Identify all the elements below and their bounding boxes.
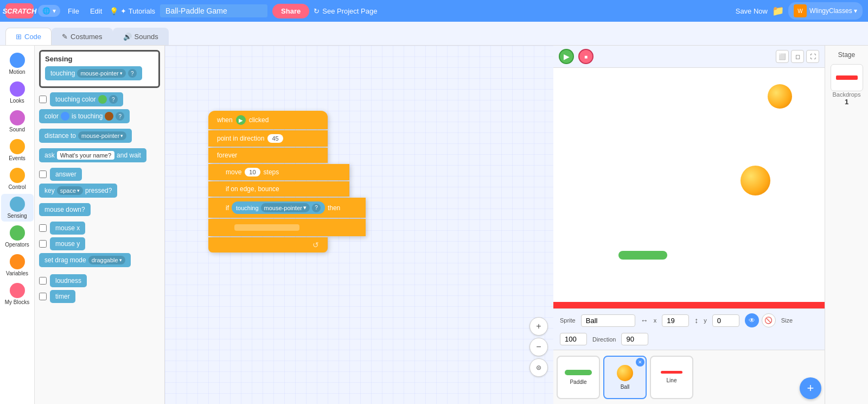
answer-checkbox[interactable]: [39, 171, 47, 178]
blue-color-swatch[interactable]: [61, 112, 69, 121]
share-button[interactable]: Share: [272, 4, 309, 18]
edit-menu[interactable]: Edit: [87, 5, 105, 17]
sidebar-item-operators[interactable]: Operators: [1, 223, 34, 250]
save-now-button[interactable]: Save Now: [736, 7, 768, 15]
globe-button[interactable]: 🌐 ▾: [38, 5, 60, 17]
touching-color-question[interactable]: ?: [109, 95, 118, 104]
mouse-x-row: mouse x: [39, 222, 160, 235]
loudness-block[interactable]: loudness: [50, 274, 87, 287]
tab-sounds[interactable]: 🔊 Sounds: [113, 28, 169, 45]
tutorials-button[interactable]: 💡 ✦ Tutorials: [110, 7, 155, 15]
touching-dropdown[interactable]: mouse-pointer: [77, 69, 125, 78]
size-input[interactable]: [560, 333, 587, 345]
zoom-fit-button[interactable]: ⊜: [529, 358, 548, 377]
loudness-checkbox[interactable]: [39, 277, 47, 285]
layout-fullscreen-btn[interactable]: ⛶: [806, 50, 819, 63]
lightbulb-icon: 💡: [110, 7, 118, 15]
key-dropdown[interactable]: space: [57, 186, 83, 195]
stage-thumbnail[interactable]: [831, 64, 863, 91]
ask-input[interactable]: What's your name?: [57, 151, 114, 160]
question-mark-btn[interactable]: ?: [128, 69, 137, 78]
key-pressed-block[interactable]: key space pressed?: [39, 184, 117, 198]
mouse-y-checkbox[interactable]: [39, 240, 47, 248]
mouse-y-block[interactable]: mouse y: [50, 237, 85, 250]
y-coord-input[interactable]: [712, 314, 739, 327]
tab-code[interactable]: ⊞ Code: [5, 28, 52, 45]
if-question-mark[interactable]: ?: [312, 204, 321, 212]
if-touching-block[interactable]: if touching mouse-pointer ▾ ? then: [208, 198, 366, 218]
mouse-pointer-dropdown[interactable]: mouse-pointer ▾: [261, 203, 310, 212]
touching-color-block[interactable]: touching color ?: [50, 92, 123, 106]
sidebar-item-sound[interactable]: Sound: [1, 108, 34, 135]
x-coord-input[interactable]: [662, 314, 689, 327]
timer-checkbox[interactable]: [39, 293, 47, 300]
file-menu[interactable]: File: [65, 5, 82, 17]
stage-thumb-line: [836, 75, 858, 80]
sidebar-item-events[interactable]: Events: [1, 136, 34, 164]
folder-icon[interactable]: 📁: [772, 5, 784, 17]
stop-button[interactable]: ■: [578, 49, 593, 64]
sidebar-item-control[interactable]: Control: [1, 165, 34, 193]
point-in-direction-block[interactable]: point in direction 45: [208, 130, 328, 147]
scratch-logo: SCRATCH: [5, 3, 34, 18]
sprite-name-input[interactable]: [581, 314, 635, 327]
layout-small-btn[interactable]: ⬜: [776, 50, 789, 63]
steps-value[interactable]: 10: [245, 168, 260, 176]
color-is-touching-block[interactable]: color is touching ?: [39, 109, 130, 123]
project-title-input[interactable]: [159, 4, 268, 18]
forever-block[interactable]: forever: [208, 148, 328, 163]
code-blocks-container: when ▶ clicked point in direction 45 for…: [208, 111, 366, 252]
paddle-preview: [565, 370, 592, 375]
sound-dot: [10, 110, 25, 125]
hide-sprite-button[interactable]: 🚫: [762, 313, 776, 327]
ask-block-row: ask What's your name? and wait: [39, 148, 160, 165]
sidebar-item-motion[interactable]: Motion: [1, 50, 34, 78]
add-sprite-button[interactable]: +: [800, 377, 821, 399]
mouse-x-block[interactable]: mouse x: [50, 222, 85, 235]
zoom-out-button[interactable]: −: [529, 338, 548, 356]
mouse-down-block[interactable]: mouse down?: [39, 203, 91, 216]
answer-block[interactable]: answer: [50, 168, 82, 181]
direction-input[interactable]: [621, 333, 648, 345]
user-avatar: W: [794, 4, 807, 17]
sidebar-item-myblocks[interactable]: My Blocks: [1, 280, 34, 308]
zoom-in-button[interactable]: +: [529, 317, 548, 336]
move-steps-block[interactable]: move 10 steps: [208, 164, 349, 180]
sprite-thumb-line[interactable]: Line: [650, 356, 693, 399]
if-on-edge-bounce-block[interactable]: if on edge, bounce: [208, 181, 349, 197]
sidebar-item-variables[interactable]: Variables: [1, 251, 34, 279]
show-sprite-button[interactable]: 👁: [745, 313, 759, 327]
sidebar-item-looks[interactable]: Looks: [1, 79, 34, 106]
touching-color-checkbox[interactable]: [39, 96, 47, 103]
timer-block[interactable]: timer: [50, 290, 75, 303]
touching-mouse-pointer-block[interactable]: touching mouse-pointer ?: [45, 66, 142, 80]
ask-block[interactable]: ask What's your name? and wait: [39, 148, 146, 162]
distance-to-block[interactable]: distance to mouse-pointer: [39, 129, 132, 143]
stage-ball-top: [768, 84, 792, 109]
refresh-icon: ↻: [314, 7, 320, 15]
direction-value[interactable]: 45: [267, 134, 283, 143]
when-flag-clicked-block[interactable]: when ▶ clicked: [208, 111, 328, 129]
variables-dot: [10, 254, 25, 269]
sprite-thumb-paddle[interactable]: Paddle: [557, 356, 600, 399]
sidebar-item-sensing[interactable]: Sensing: [1, 194, 34, 222]
mouse-x-checkbox[interactable]: [39, 224, 47, 232]
green-color-swatch[interactable]: [98, 95, 107, 104]
distance-to-dropdown[interactable]: mouse-pointer: [78, 131, 126, 140]
tab-costumes[interactable]: ✎ Costumes: [52, 28, 113, 45]
delete-ball-btn[interactable]: ✕: [636, 358, 644, 367]
sensing-condition-block[interactable]: touching mouse-pointer ▾ ?: [232, 201, 325, 214]
layout-normal-btn[interactable]: ◻: [791, 50, 804, 63]
ball-preview: [617, 365, 633, 381]
drag-mode-dropdown[interactable]: draggable: [88, 256, 125, 264]
distance-to-row: distance to mouse-pointer: [39, 129, 160, 146]
stage-canvas[interactable]: [553, 68, 825, 308]
see-project-button[interactable]: ↻ See Project Page: [314, 7, 377, 15]
green-flag-button[interactable]: ▶: [559, 49, 574, 64]
sprite-thumb-ball[interactable]: ✕ Ball: [603, 356, 647, 399]
color-touching-question[interactable]: ?: [116, 112, 124, 121]
brown-color-swatch[interactable]: [105, 112, 113, 121]
stage-ground-line: [553, 302, 825, 308]
user-menu-button[interactable]: W WlingyClasses ▾: [788, 2, 863, 20]
set-drag-mode-block[interactable]: set drag mode draggable: [39, 253, 131, 267]
